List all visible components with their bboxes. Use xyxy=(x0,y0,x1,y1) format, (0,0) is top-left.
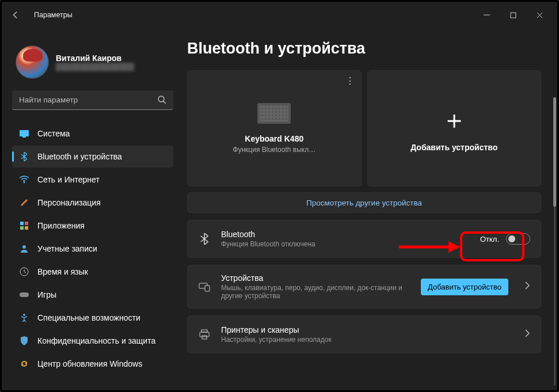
plus-icon: ＋ xyxy=(442,103,467,137)
nav-label: Время и язык xyxy=(37,267,88,276)
clock-icon xyxy=(19,267,29,277)
nav-bluetooth[interactable]: Bluetooth и устройства xyxy=(12,146,173,168)
search-icon xyxy=(157,95,166,106)
nav-system[interactable]: Система xyxy=(12,123,173,144)
nav-personalization[interactable]: Персонализация xyxy=(12,192,173,214)
person-icon xyxy=(19,243,29,254)
toggle-state-label: Откл. xyxy=(480,235,499,243)
card-title: Устройства xyxy=(221,273,410,283)
svg-line-3 xyxy=(163,101,166,104)
svg-rect-9 xyxy=(20,226,24,230)
chevron-right-icon xyxy=(524,329,530,340)
svg-point-14 xyxy=(23,314,25,316)
profile-block[interactable]: Виталий Каиров ████████████████ xyxy=(16,45,173,79)
nav-apps[interactable]: Приложения xyxy=(12,215,173,237)
minimize-button[interactable] xyxy=(473,6,500,24)
nav-accessibility[interactable]: Специальные возможности xyxy=(12,307,173,329)
nav-label: Конфиденциальность и защита xyxy=(37,336,155,345)
nav-gaming[interactable]: Игры xyxy=(12,284,173,306)
close-button[interactable] xyxy=(526,6,553,24)
device-name: Keyboard K480 xyxy=(245,134,303,143)
nav-label: Персонализация xyxy=(37,198,101,207)
update-icon xyxy=(19,359,29,369)
printer-icon xyxy=(198,329,211,340)
profile-name: Виталий Каиров xyxy=(56,54,134,63)
profile-email: ████████████████ xyxy=(56,63,134,71)
svg-rect-19 xyxy=(202,336,207,339)
svg-rect-1 xyxy=(511,13,516,18)
bluetooth-icon xyxy=(19,151,29,162)
nav-privacy[interactable]: Конфиденциальность и защита xyxy=(12,330,173,352)
wifi-icon xyxy=(19,174,29,185)
card-title: Принтеры и сканеры xyxy=(221,325,514,334)
svg-rect-5 xyxy=(22,136,26,138)
svg-point-11 xyxy=(22,245,26,249)
gamepad-icon xyxy=(19,290,29,300)
display-icon xyxy=(19,128,29,139)
back-button[interactable] xyxy=(6,6,25,24)
svg-rect-7 xyxy=(20,222,24,225)
nav-update[interactable]: Центр обновления Windows xyxy=(12,353,173,375)
bluetooth-icon xyxy=(198,233,211,245)
search-input[interactable] xyxy=(12,90,173,110)
devices-icon xyxy=(198,281,211,292)
nav-label: Сеть и Интернет xyxy=(37,175,100,184)
link-text: Просмотреть другие устройства xyxy=(306,199,422,207)
chevron-right-icon xyxy=(524,281,530,292)
nav-label: Bluetooth и устройства xyxy=(37,152,122,161)
apps-icon xyxy=(19,220,29,231)
keyboard-icon xyxy=(257,103,291,124)
nav-time[interactable]: Время и язык xyxy=(12,261,173,283)
search-field[interactable] xyxy=(12,90,173,110)
nav-label: Система xyxy=(37,129,70,138)
window-title: Параметры xyxy=(34,11,73,19)
scrollbar-thumb[interactable] xyxy=(553,97,556,207)
svg-rect-16 xyxy=(205,286,210,291)
svg-point-2 xyxy=(158,96,164,102)
devices-card[interactable]: Устройства Мышь, клавиатура, перо, аудио… xyxy=(187,265,541,309)
svg-rect-18 xyxy=(200,332,209,337)
avatar xyxy=(16,45,49,79)
add-device-button[interactable]: Добавить устройство xyxy=(421,279,508,295)
nav-label: Специальные возможности xyxy=(37,313,140,322)
page-heading: Bluetooth и устройства xyxy=(187,40,541,58)
shield-icon xyxy=(19,336,29,346)
add-device-label: Добавить устройство xyxy=(410,143,497,152)
svg-rect-4 xyxy=(20,130,29,136)
card-subtitle: Настройки, устранение неполадок xyxy=(221,336,514,344)
add-device-tile[interactable]: ＋ Добавить устройство xyxy=(367,70,542,187)
device-tile-keyboard[interactable]: ⋮ Keyboard K480 Функция Bluetooth выкл… xyxy=(187,70,362,187)
nav-accounts[interactable]: Учетные записи xyxy=(12,238,173,260)
bluetooth-toggle[interactable] xyxy=(506,233,530,245)
bluetooth-toggle-card: Bluetooth Функция Bluetooth отключена От… xyxy=(187,220,541,258)
nav-label: Центр обновления Windows xyxy=(37,359,142,368)
card-title: Bluetooth xyxy=(221,230,470,239)
svg-rect-17 xyxy=(201,330,207,332)
card-subtitle: Мышь, клавиатура, перо, аудио, дисплеи, … xyxy=(221,284,410,300)
svg-point-6 xyxy=(24,182,25,184)
nav-network[interactable]: Сеть и Интернет xyxy=(12,169,173,191)
svg-rect-13 xyxy=(20,292,29,297)
device-status: Функция Bluetooth выкл… xyxy=(233,146,315,154)
svg-rect-10 xyxy=(25,226,28,230)
nav-label: Игры xyxy=(37,290,56,299)
more-icon[interactable]: ⋮ xyxy=(345,75,355,86)
view-more-devices-link[interactable]: Просмотреть другие устройства xyxy=(187,192,541,213)
maximize-button[interactable] xyxy=(500,6,526,24)
nav-label: Учетные записи xyxy=(37,244,97,253)
svg-rect-8 xyxy=(25,222,28,225)
brush-icon xyxy=(19,197,29,208)
nav-label: Приложения xyxy=(37,221,85,230)
card-subtitle: Функция Bluetooth отключена xyxy=(221,240,470,248)
printers-card[interactable]: Принтеры и сканеры Настройки, устранение… xyxy=(187,315,541,353)
accessibility-icon xyxy=(19,313,29,323)
